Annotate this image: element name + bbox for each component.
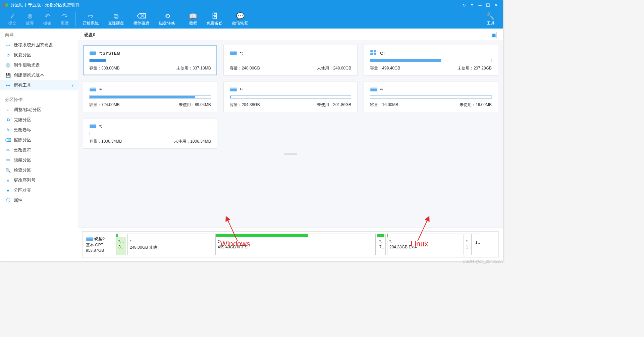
splitter-handle[interactable] (78, 153, 503, 155)
sidebar-item[interactable]: ✏更改盘符 (0, 145, 78, 155)
disk-map-segment[interactable]: *:72... (377, 234, 386, 255)
sidebar-section-partition-ops: 分区操作 (0, 93, 78, 105)
disk-title: 硬盘0 (84, 32, 95, 38)
menu-label: 迁移系统到固态硬盘 (14, 42, 53, 48)
menu-label: 属性 (14, 197, 22, 203)
drive-icon (89, 123, 97, 129)
menu-label: 调整/移动分区 (14, 107, 41, 113)
free-label: 未使用：1006.34MB (174, 139, 211, 144)
sidebar-item[interactable]: ⇨迁移系统到固态硬盘 (0, 40, 78, 50)
disk-map-segment[interactable]: *:248.00GB 其他 (127, 234, 214, 255)
annotation-windows-label: Windows (220, 240, 250, 248)
sidebar-item[interactable]: ⓘ属性 (0, 195, 78, 205)
refresh-icon[interactable]: ↻ (460, 2, 468, 8)
free-label: 未使用：16.00MB (460, 102, 492, 108)
toolbar: ✓提交 ⊗放弃 ↶撤销 ↷重做 ⇨迁移系统 ⧉克隆硬盘 ⌫擦除磁盘 ⟲磁盘转换 … (0, 10, 503, 29)
partition-card[interactable]: *:容量：724.00MB未使用：89.04MB (83, 82, 217, 112)
segment-info: 16... (464, 245, 471, 251)
sidebar-item[interactable]: 👁隐藏分区 (0, 155, 78, 165)
sidebar-item[interactable]: 🔍检查分区 (0, 165, 78, 175)
partition-name: *:SYSTEM (99, 51, 120, 56)
menu-icon: ⓘ (5, 197, 11, 203)
sidebar-section-wizard: 向导 (0, 29, 78, 40)
usage-bar (230, 95, 352, 99)
svg-rect-19 (86, 237, 93, 238)
segment-info: 248.00GB 其他 (128, 245, 214, 252)
drive-icon (230, 50, 237, 56)
redo-button[interactable]: ↷重做 (56, 10, 73, 28)
usage-bar (230, 59, 352, 62)
disk-map-segment[interactable]: *:16... (464, 234, 472, 255)
sidebar-item[interactable]: #更改序列号 (0, 175, 78, 185)
sidebar-item[interactable]: ✎更改卷标 (0, 125, 78, 135)
sidebar-item[interactable]: 💿制作启动光盘 (0, 60, 78, 70)
windows-icon (370, 50, 377, 56)
partition-name: *: (380, 87, 383, 92)
capacity-label: 容量：499.40GB (370, 65, 400, 71)
sidebar-item[interactable]: ↔调整/移动分区 (0, 105, 78, 115)
book-icon: 📖 (189, 12, 197, 20)
svg-rect-5 (230, 51, 237, 52)
menu-label: 克隆分区 (14, 117, 31, 123)
menu-icon: ⧉ (5, 117, 11, 123)
partition-card[interactable]: *:容量：204.38GB未使用：201.86GB (223, 82, 358, 112)
redo-icon: ↷ (62, 12, 68, 20)
disk-icon (86, 236, 93, 242)
backup-icon: 🗄 (211, 12, 218, 20)
wipe-button[interactable]: ⌫擦除磁盘 (129, 10, 154, 28)
menu-icon: 💾 (5, 72, 11, 78)
maximize-icon[interactable]: ☐ (484, 2, 492, 8)
commit-button[interactable]: ✓提交 (4, 10, 21, 28)
annotation-arrow-linux (414, 218, 434, 242)
menu-icon: ⇨ (5, 42, 11, 48)
sidebar-item[interactable]: ↺恢复分区 (0, 50, 78, 60)
undo-icon: ↶ (45, 12, 50, 20)
free-label: 未使用：207.28GB (458, 65, 492, 71)
close-icon[interactable]: ✕ (492, 2, 500, 8)
watermark: CSDN @qq_23485187 (463, 259, 504, 264)
undo-button[interactable]: ↶撤销 (39, 10, 56, 28)
sidebar-item[interactable]: ⧉克隆分区 (0, 115, 78, 125)
partition-card[interactable]: *:容量：1006.34MB未使用：1006.34MB (83, 118, 217, 149)
tutorial-button[interactable]: 📖教程 (184, 10, 202, 28)
disk-map-segment[interactable]: *:...38... (116, 234, 126, 255)
sidebar-item[interactable]: ⌫擦除分区 (0, 135, 78, 145)
usage-bar (89, 132, 211, 135)
capacity-label: 容量：248.00GB (230, 65, 260, 71)
sidebar-item[interactable]: ≡分区对齐 (0, 185, 78, 195)
partition-name: *: (99, 87, 102, 92)
svg-rect-11 (90, 88, 96, 89)
app-logo-icon (3, 2, 8, 8)
menu-icon: ≡ (5, 187, 11, 193)
disk-map-segment[interactable]: 1... (473, 234, 480, 255)
minimize-icon[interactable]: ─ (476, 2, 484, 8)
partition-name: *: (99, 124, 102, 129)
svg-rect-3 (90, 51, 96, 52)
app-title: 分区助手专业版 - 无损分区免费软件 (10, 2, 80, 8)
segment-info: 38... (116, 245, 126, 251)
partition-card[interactable]: *:容量：248.00GB未使用：248.00GB (223, 45, 358, 76)
wechat-button[interactable]: 💬微信恢复 (227, 10, 253, 28)
discard-button[interactable]: ⊗放弃 (21, 10, 39, 28)
svg-rect-14 (371, 88, 377, 91)
svg-rect-17 (90, 124, 96, 126)
segment-label: *: (464, 237, 471, 245)
usage-bar (89, 95, 211, 99)
capacity-label: 容量：1006.34MB (89, 139, 122, 144)
sidebar-item[interactable]: •••所有工具› (0, 80, 78, 90)
partition-card[interactable]: *:容量：16.00MB未使用：16.00MB (364, 82, 498, 112)
partition-card[interactable]: *:SYSTEM容量：388.00MB未使用：337.18MB (83, 45, 217, 76)
svg-rect-12 (230, 88, 237, 91)
clone-button[interactable]: ⧉克隆硬盘 (103, 10, 129, 28)
view-toggle-button[interactable]: ▦ (491, 32, 497, 38)
partition-card[interactable]: C:容量：499.40GB未使用：207.28GB (364, 45, 498, 76)
backup-button[interactable]: 🗄免费备份 (202, 10, 227, 28)
svg-rect-8 (371, 53, 373, 55)
convert-button[interactable]: ⟲磁盘转换 (154, 10, 180, 28)
sidebar-item[interactable]: 💾创建便携式版本 (0, 70, 78, 80)
svg-point-1 (5, 3, 8, 7)
migrate-button[interactable]: ⇨迁移系统 (78, 10, 103, 28)
tools-button[interactable]: 🔧工具 (482, 10, 499, 28)
partition-name: *: (240, 87, 243, 92)
menu-icon[interactable]: ≡ (468, 2, 476, 8)
